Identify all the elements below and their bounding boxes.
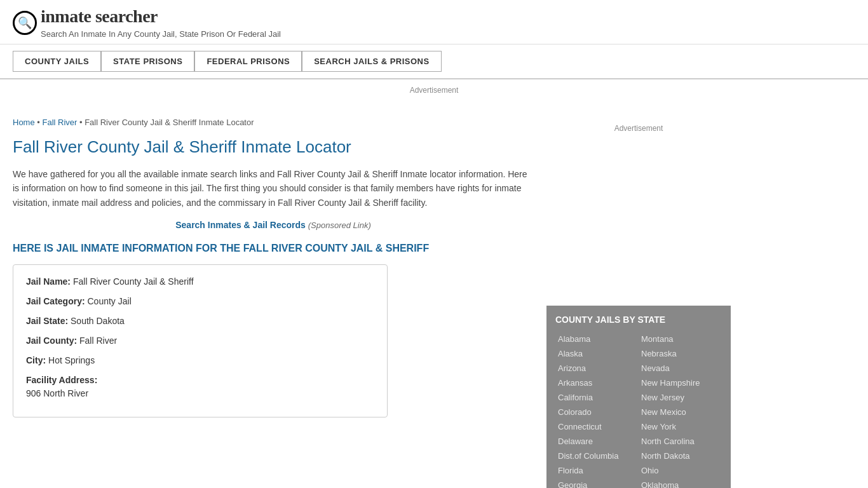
state-link[interactable]: Connecticut	[555, 420, 639, 433]
nav: COUNTY JAILS STATE PRISONS FEDERAL PRISO…	[0, 44, 868, 79]
section-heading: HERE IS JAIL INMATE INFORMATION FOR THE …	[13, 243, 534, 254]
state-link[interactable]: Dist.of Columbia	[555, 449, 639, 463]
nav-county-jails[interactable]: COUNTY JAILS	[13, 51, 101, 72]
header: 🔍 inmate searcher Search An Inmate In An…	[0, 0, 868, 44]
state-link[interactable]: Delaware	[555, 435, 639, 448]
jail-city-label: City:	[26, 355, 46, 365]
sidebar-ad-label: Advertisement	[614, 124, 663, 133]
nav-state-prisons[interactable]: STATE PRISONS	[101, 51, 194, 72]
sponsored-label: (Sponsored Link)	[308, 220, 371, 230]
breadcrumb-sep1: •	[35, 118, 43, 127]
state-link[interactable]: Alabama	[555, 332, 639, 346]
jail-category-label: Jail Category:	[26, 296, 85, 306]
jail-county-value: Fall River	[79, 336, 117, 346]
ad-banner: Advertisement	[0, 79, 868, 111]
jail-category-value: County Jail	[87, 296, 131, 306]
jail-county-row: Jail County: Fall River	[26, 334, 374, 348]
state-link[interactable]: Florida	[555, 464, 639, 477]
breadcrumb-home[interactable]: Home	[13, 118, 35, 127]
ad-banner-label: Advertisement	[410, 86, 459, 95]
state-link[interactable]: California	[555, 391, 639, 404]
state-link[interactable]: New York	[639, 420, 722, 433]
jail-state-value: South Dakota	[71, 316, 125, 326]
state-link[interactable]: Colorado	[555, 405, 639, 419]
jail-address-value: 906 North River	[26, 387, 374, 400]
state-link[interactable]: New Hampshire	[639, 376, 722, 390]
logo-text: inmate searcher	[41, 6, 281, 27]
jail-city-row: City: Hot Springs	[26, 354, 374, 367]
content: Home • Fall River • Fall River County Ja…	[13, 111, 534, 488]
breadcrumb-current: Fall River County Jail & Sheriff Inmate …	[85, 118, 254, 127]
state-link[interactable]: Georgia	[555, 478, 639, 488]
state-link[interactable]: Alaska	[555, 347, 639, 360]
states-grid: AlabamaMontanaAlaskaNebraskaArizonaNevad…	[555, 332, 722, 488]
jail-address-label: Facility Address:	[26, 374, 374, 387]
nav-federal-prisons[interactable]: FEDERAL PRISONS	[194, 51, 302, 72]
state-link[interactable]: Nevada	[639, 362, 722, 375]
state-link[interactable]: Arkansas	[555, 376, 639, 390]
state-box: COUNTY JAILS BY STATE AlabamaMontanaAlas…	[546, 306, 731, 488]
state-link[interactable]: New Mexico	[639, 405, 722, 419]
breadcrumb: Home • Fall River • Fall River County Ja…	[13, 118, 534, 127]
jail-name-row: Jail Name: Fall River County Jail & Sher…	[26, 275, 374, 288]
state-link[interactable]: New Jersey	[639, 391, 722, 404]
state-box-title: COUNTY JAILS BY STATE	[555, 315, 722, 325]
logo-text-main: inmate searcher	[41, 6, 158, 26]
page-title: Fall River County Jail & Sheriff Inmate …	[13, 137, 534, 157]
state-link[interactable]: Ohio	[639, 464, 722, 477]
state-link[interactable]: Montana	[639, 332, 722, 346]
search-inmates-link[interactable]: Search Inmates & Jail Records	[175, 220, 306, 230]
jail-name-value: Fall River County Jail & Sheriff	[73, 276, 194, 287]
jail-city-value: Hot Springs	[48, 355, 95, 365]
state-link[interactable]: North Dakota	[639, 449, 722, 463]
state-link[interactable]: Oklahoma	[639, 478, 722, 488]
state-link[interactable]: Arizona	[555, 362, 639, 375]
main-layout: Home • Fall River • Fall River County Ja…	[0, 111, 868, 488]
sidebar-ad: Advertisement	[546, 118, 731, 295]
state-link[interactable]: North Carolina	[639, 435, 722, 448]
jail-state-label: Jail State:	[26, 316, 68, 326]
description: We have gathered for you all the availab…	[13, 167, 534, 210]
jail-info-box: Jail Name: Fall River County Jail & Sher…	[13, 264, 388, 417]
breadcrumb-fall-river[interactable]: Fall River	[42, 118, 77, 127]
state-link[interactable]: Nebraska	[639, 347, 722, 360]
logo-icon: 🔍	[13, 11, 37, 35]
jail-address-row: Facility Address: 906 North River	[26, 374, 374, 400]
logo-area: 🔍 inmate searcher Search An Inmate In An…	[13, 6, 855, 39]
nav-buttons: COUNTY JAILS STATE PRISONS FEDERAL PRISO…	[13, 51, 855, 72]
sidebar: Advertisement COUNTY JAILS BY STATE Alab…	[546, 111, 731, 488]
nav-search-jails[interactable]: SEARCH JAILS & PRISONS	[302, 51, 441, 72]
jail-category-row: Jail Category: County Jail	[26, 295, 374, 308]
tagline: Search An Inmate In Any County Jail, Sta…	[41, 29, 281, 39]
jail-county-label: Jail County:	[26, 336, 77, 346]
search-link-area: Search Inmates & Jail Records (Sponsored…	[13, 220, 534, 230]
jail-state-row: Jail State: South Dakota	[26, 315, 374, 328]
breadcrumb-sep2: •	[77, 118, 85, 127]
jail-name-label: Jail Name:	[26, 276, 71, 287]
